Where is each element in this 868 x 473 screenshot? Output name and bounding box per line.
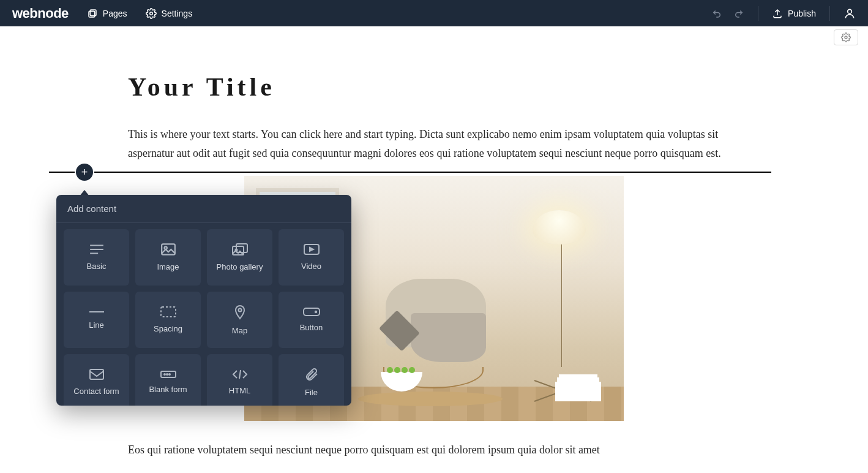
- form-field-icon: [160, 370, 177, 379]
- tile-label: Image: [157, 262, 179, 272]
- svg-rect-10: [236, 244, 247, 252]
- svg-point-3: [848, 9, 852, 13]
- section-settings-button[interactable]: [834, 29, 858, 45]
- divider: [758, 6, 758, 21]
- divider: [829, 6, 830, 21]
- body-paragraph-2[interactable]: Eos qui ratione voluptatem sequi nesciun…: [128, 441, 740, 460]
- tile-label: Spacing: [154, 324, 182, 334]
- svg-point-19: [315, 311, 316, 312]
- horizontal-line-icon: [88, 309, 105, 314]
- upload-icon: [772, 8, 783, 19]
- publish-label: Publish: [788, 9, 816, 18]
- settings-button[interactable]: Settings: [146, 8, 193, 19]
- pages-label: Pages: [103, 9, 127, 18]
- page-title[interactable]: Your Title: [128, 72, 740, 102]
- tile-label: Photo gallery: [217, 262, 263, 272]
- svg-point-4: [845, 36, 847, 39]
- spacing-icon: [160, 306, 177, 318]
- tile-label: Basic: [87, 262, 107, 271]
- svg-line-25: [239, 370, 241, 379]
- tile-video[interactable]: Video: [279, 229, 344, 286]
- tile-label: Map: [232, 326, 247, 336]
- svg-rect-8: [162, 244, 175, 254]
- tile-label: Line: [89, 320, 104, 330]
- topbar-right: Publish: [711, 6, 856, 21]
- tile-label: Button: [300, 323, 323, 333]
- tile-button[interactable]: Button: [279, 292, 344, 348]
- tile-image[interactable]: Image: [135, 229, 201, 286]
- topbar: webnode Pages Settings Publish: [0, 0, 868, 26]
- undo-icon[interactable]: [711, 8, 722, 19]
- button-icon: [302, 307, 321, 317]
- gear-icon: [146, 8, 157, 19]
- map-pin-icon: [234, 304, 246, 320]
- text-lines-icon: [89, 243, 105, 255]
- add-content-button[interactable]: +: [76, 164, 93, 181]
- svg-rect-0: [90, 10, 96, 16]
- tile-label: Contact form: [73, 387, 119, 396]
- svg-point-23: [166, 374, 168, 375]
- tile-line[interactable]: Line: [64, 292, 129, 348]
- body-paragraph-1[interactable]: This is where your text starts. You can …: [128, 125, 740, 162]
- settings-label: Settings: [162, 9, 193, 18]
- add-content-popover: Add content Basic Image Photo gallery Vi…: [56, 195, 351, 406]
- pages-icon: [87, 8, 98, 19]
- image-icon: [160, 243, 176, 256]
- user-icon[interactable]: [844, 7, 856, 20]
- insert-content-area: +: [49, 172, 771, 173]
- tile-spacing[interactable]: Spacing: [135, 292, 201, 348]
- tile-photo-gallery[interactable]: Photo gallery: [207, 229, 272, 286]
- svg-rect-1: [89, 11, 95, 17]
- code-icon: [231, 369, 249, 380]
- gallery-icon: [231, 243, 249, 256]
- tile-basic[interactable]: Basic: [64, 229, 129, 286]
- tile-label: Video: [301, 262, 321, 271]
- svg-point-2: [149, 12, 152, 15]
- envelope-icon: [89, 368, 105, 380]
- topbar-left: webnode Pages Settings: [12, 6, 192, 21]
- popover-title: Add content: [56, 195, 351, 223]
- video-icon: [303, 243, 320, 255]
- svg-point-17: [238, 308, 241, 311]
- redo-icon[interactable]: [733, 8, 744, 19]
- popover-grid: Basic Image Photo gallery Video Line: [56, 223, 351, 406]
- tile-label: File: [305, 388, 318, 398]
- svg-marker-14: [310, 248, 313, 251]
- brand-logo[interactable]: webnode: [12, 6, 69, 21]
- tile-map[interactable]: Map: [207, 292, 272, 348]
- tile-html[interactable]: HTML: [207, 354, 272, 406]
- paperclip-icon: [305, 367, 318, 382]
- tile-blank-form[interactable]: Blank form: [135, 354, 201, 406]
- publish-button[interactable]: Publish: [772, 8, 816, 19]
- pages-button[interactable]: Pages: [87, 8, 127, 19]
- svg-point-22: [164, 374, 165, 375]
- tile-label: HTML: [229, 386, 250, 396]
- tile-label: Blank form: [149, 385, 187, 395]
- svg-rect-20: [90, 369, 103, 379]
- tile-contact-form[interactable]: Contact form: [64, 354, 129, 406]
- tile-file[interactable]: File: [279, 354, 344, 406]
- svg-point-24: [169, 374, 170, 375]
- svg-rect-16: [161, 307, 176, 317]
- insert-line: [49, 172, 771, 173]
